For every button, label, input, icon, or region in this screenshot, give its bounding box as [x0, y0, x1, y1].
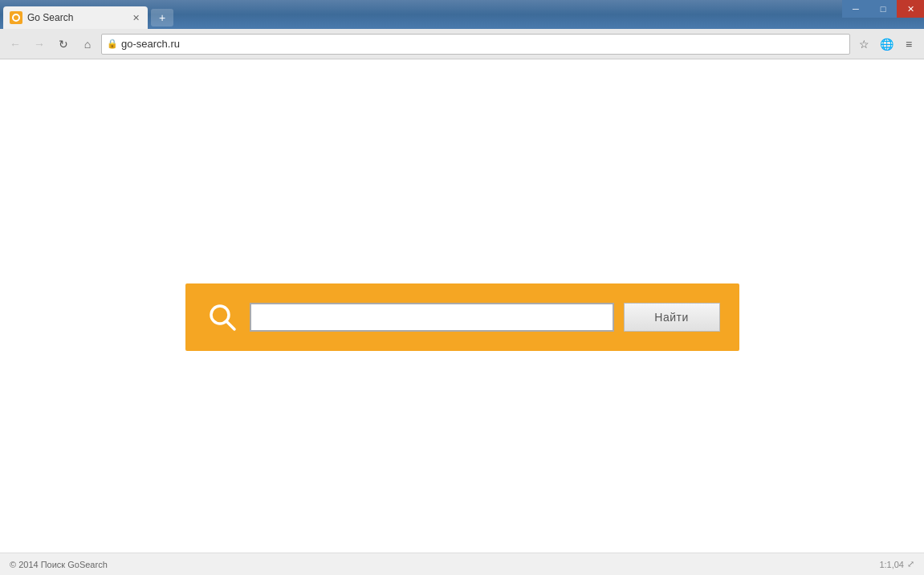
- forward-icon: →: [34, 38, 45, 51]
- menu-icon: ≡: [906, 38, 912, 51]
- expand-icon: ⤢: [907, 559, 914, 569]
- star-icon: ☆: [859, 38, 869, 51]
- search-icon-container: [205, 300, 240, 335]
- home-icon: ⌂: [84, 38, 91, 51]
- window-controls: ─ □ ✕: [842, 0, 924, 29]
- svg-line-1: [226, 321, 234, 329]
- reload-button[interactable]: ↻: [53, 34, 74, 55]
- zoom-level: 1:1,04: [879, 560, 904, 569]
- copyright-text: © 2014 Поиск GoSearch: [10, 560, 108, 569]
- home-button[interactable]: ⌂: [77, 34, 98, 55]
- new-tab-button[interactable]: +: [151, 9, 173, 27]
- footer-right: 1:1,04 ⤢: [879, 559, 914, 569]
- close-button[interactable]: ✕: [897, 0, 924, 18]
- globe-icon: 🌐: [880, 38, 893, 51]
- search-icon: [207, 302, 238, 332]
- browser-window: Go Search ✕ + ─ □ ✕ ← → ↻: [0, 0, 924, 575]
- search-input[interactable]: [250, 303, 614, 332]
- menu-button[interactable]: ≡: [898, 34, 919, 55]
- nav-bar: ← → ↻ ⌂ 🔒 go-search.ru ☆ 🌐 ≡: [0, 29, 924, 59]
- forward-button[interactable]: →: [29, 34, 50, 55]
- back-button[interactable]: ←: [5, 34, 26, 55]
- active-tab[interactable]: Go Search ✕: [3, 6, 148, 29]
- address-bar[interactable]: 🔒 go-search.ru: [101, 34, 850, 55]
- tab-strip: Go Search ✕ +: [0, 0, 173, 29]
- page-footer: © 2014 Поиск GoSearch 1:1,04 ⤢: [0, 553, 924, 575]
- search-widget: Найти: [185, 283, 739, 351]
- maximize-button[interactable]: □: [869, 0, 897, 18]
- title-bar: Go Search ✕ + ─ □ ✕: [0, 0, 924, 29]
- tab-close-button[interactable]: ✕: [130, 12, 141, 23]
- reload-icon: ↻: [59, 38, 68, 51]
- tab-title: Go Search: [27, 12, 73, 23]
- back-icon: ←: [10, 38, 21, 51]
- search-button[interactable]: Найти: [624, 303, 720, 332]
- globe-button[interactable]: 🌐: [876, 34, 897, 55]
- minimize-button[interactable]: ─: [842, 0, 869, 18]
- url-text: go-search.ru: [121, 38, 180, 50]
- tab-favicon: [10, 11, 22, 24]
- bookmark-button[interactable]: ☆: [853, 34, 874, 55]
- address-lock-icon: 🔒: [107, 39, 118, 49]
- nav-right-buttons: ☆ 🌐 ≡: [853, 34, 919, 55]
- page-content: Найти © 2014 Поиск GoSearch 1:1,04 ⤢: [0, 59, 924, 575]
